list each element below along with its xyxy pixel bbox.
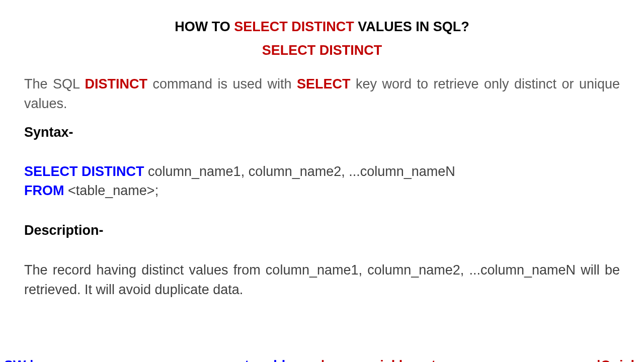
syntax-line-2: FROM <table_name>;	[24, 182, 620, 201]
syntax-line1-rest: column_name1, column_name2, ...column_na…	[144, 164, 455, 179]
footer-separator: |	[317, 358, 329, 362]
slide-content: HOW TO SELECT DISTINCT VALUES IN SQL? SE…	[0, 0, 644, 300]
syntax-label: Syntax-	[24, 125, 620, 140]
syntax-line-1: SELECT DISTINCT column_name1, column_nam…	[24, 162, 620, 182]
title-highlight: SELECT DISTINCT	[234, 19, 354, 34]
footer-link-quickboosters[interactable]: www.quickboosters.com	[329, 358, 488, 362]
syntax-block: SELECT DISTINCT column_name1, column_nam…	[24, 162, 620, 201]
intro-keyword-distinct: DISTINCT	[85, 76, 148, 92]
footer-right: |Quick.	[597, 358, 642, 362]
description-label: Description-	[24, 223, 620, 238]
intro-text-1: The SQL	[24, 76, 85, 92]
description-text: The record having distinct values from c…	[24, 260, 620, 300]
title-pre: HOW TO	[175, 19, 234, 34]
page-subtitle: SELECT DISTINCT	[24, 43, 620, 58]
intro-paragraph: The SQL DISTINCT command is used with SE…	[24, 74, 620, 114]
footer-link-saraswatworld[interactable]: www.saraswatworld.com	[156, 358, 317, 362]
intro-text-2: command is used with	[147, 76, 297, 92]
title-post: VALUES IN SQL?	[354, 19, 469, 34]
syntax-keyword-select-distinct: SELECT DISTINCT	[24, 164, 144, 179]
intro-keyword-select: SELECT	[297, 76, 351, 92]
footer-center: www.saraswatworld.com | www.quickbooster…	[0, 358, 644, 362]
syntax-keyword-from: FROM	[24, 183, 64, 198]
page-title: HOW TO SELECT DISTINCT VALUES IN SQL?	[24, 19, 620, 35]
syntax-line2-rest: <table_name>;	[64, 183, 158, 198]
